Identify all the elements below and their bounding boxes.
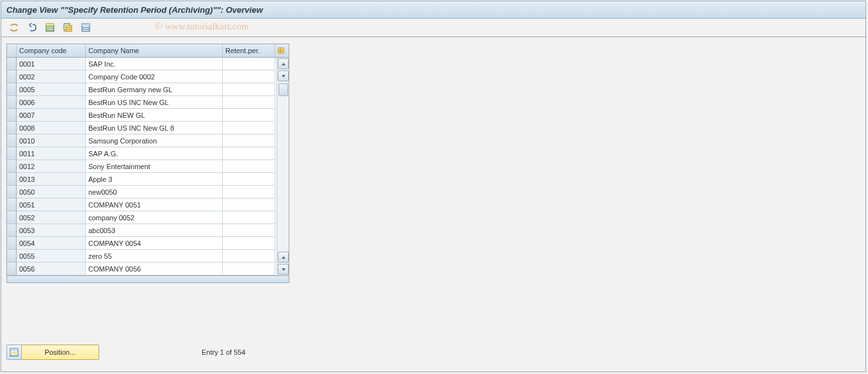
cell-company-name[interactable]: zero 55 xyxy=(86,250,223,263)
cell-retention-period[interactable] xyxy=(223,263,275,275)
row-select-handle[interactable] xyxy=(7,160,17,173)
table-row: 0053abc0053 xyxy=(7,224,277,237)
cell-retention-period[interactable] xyxy=(223,250,275,263)
cell-company-code[interactable]: 0054 xyxy=(17,237,86,250)
cell-company-name[interactable]: BestRun US INC New GL 8 xyxy=(86,122,223,134)
select-all-handle[interactable] xyxy=(7,44,17,57)
row-select-handle[interactable] xyxy=(7,186,17,199)
row-select-handle[interactable] xyxy=(7,224,17,237)
scroll-page-up-button[interactable] xyxy=(278,70,289,81)
cell-company-name[interactable]: COMPANY 0056 xyxy=(86,263,223,275)
cell-retention-period[interactable] xyxy=(223,173,275,186)
scroll-page-down-button[interactable] xyxy=(278,252,289,263)
row-select-handle[interactable] xyxy=(7,211,17,224)
cell-retention-period[interactable] xyxy=(223,70,275,83)
table-row: 0005BestRun Germany new GL xyxy=(7,83,277,96)
cell-company-code[interactable]: 0050 xyxy=(17,186,86,199)
table-row: 0055zero 55 xyxy=(7,250,277,263)
cell-company-name[interactable]: abc0053 xyxy=(86,224,223,237)
cell-retention-period[interactable] xyxy=(223,160,275,173)
cell-retention-period[interactable] xyxy=(223,134,275,147)
cell-company-code[interactable]: 0007 xyxy=(17,109,86,122)
delete-button[interactable] xyxy=(78,20,93,35)
row-select-handle[interactable] xyxy=(7,263,17,275)
row-select-handle[interactable] xyxy=(7,122,17,134)
cell-retention-period[interactable] xyxy=(223,96,275,109)
cell-company-name[interactable]: BestRun US INC New GL xyxy=(86,96,223,109)
row-select-handle[interactable] xyxy=(7,199,17,211)
cell-company-code[interactable]: 0053 xyxy=(17,224,86,237)
cell-company-name[interactable]: COMPANY 0051 xyxy=(86,199,223,211)
cell-retention-period[interactable] xyxy=(223,199,275,211)
cell-retention-period[interactable] xyxy=(223,58,275,70)
cell-company-name[interactable]: company 0052 xyxy=(86,211,223,224)
copy-as-button[interactable] xyxy=(60,20,76,35)
title-bar: Change View ""Specify Retention Period (… xyxy=(1,1,865,19)
cell-retention-period[interactable] xyxy=(223,122,275,134)
table-row: 0010Samsung Corporation xyxy=(7,134,277,147)
row-select-handle[interactable] xyxy=(7,237,17,250)
cell-company-code[interactable]: 0012 xyxy=(17,160,86,173)
cell-company-code[interactable]: 0006 xyxy=(17,96,86,109)
cell-company-code[interactable]: 0055 xyxy=(17,250,86,263)
col-header-company-name[interactable]: Company Name xyxy=(86,44,223,57)
scroll-line-down-button[interactable] xyxy=(278,264,289,275)
table-row: 0006BestRun US INC New GL xyxy=(7,96,277,109)
row-select-handle[interactable] xyxy=(7,70,17,83)
cell-company-code[interactable]: 0052 xyxy=(17,211,86,224)
cell-company-code[interactable]: 0008 xyxy=(17,122,86,134)
cell-company-code[interactable]: 0056 xyxy=(17,263,86,275)
cell-retention-period[interactable] xyxy=(223,109,275,122)
position-icon xyxy=(10,348,19,357)
position-button[interactable]: Position... xyxy=(22,345,99,360)
cell-retention-period[interactable] xyxy=(223,83,275,96)
row-select-handle[interactable] xyxy=(7,147,17,160)
chevron-up-icon xyxy=(281,255,286,260)
cell-company-name[interactable]: BestRun NEW GL xyxy=(86,109,223,122)
change-toggle-button[interactable] xyxy=(6,20,22,35)
cell-company-code[interactable]: 0013 xyxy=(17,173,86,186)
vertical-scrollbar[interactable] xyxy=(277,58,289,275)
cell-retention-period[interactable] xyxy=(223,237,275,250)
table-settings-button[interactable] xyxy=(275,44,287,57)
cell-retention-period[interactable] xyxy=(223,186,275,199)
row-select-handle[interactable] xyxy=(7,250,17,263)
cell-company-name[interactable]: Apple 3 xyxy=(86,173,223,186)
row-select-handle[interactable] xyxy=(7,109,17,122)
cell-retention-period[interactable] xyxy=(223,211,275,224)
cell-company-code[interactable]: 0010 xyxy=(17,134,86,147)
svg-rect-4 xyxy=(46,24,54,26)
cell-company-name[interactable]: Company Code 0002 xyxy=(86,70,223,83)
cell-company-name[interactable]: SAP A.G. xyxy=(86,147,223,160)
cell-retention-period[interactable] xyxy=(223,224,275,237)
cell-company-name[interactable]: COMPANY 0054 xyxy=(86,237,223,250)
data-grid: Company code Company Name Retent.per. 00… xyxy=(6,44,289,283)
cell-company-code[interactable]: 0011 xyxy=(17,147,86,160)
col-header-retention[interactable]: Retent.per. xyxy=(223,44,275,57)
row-select-handle[interactable] xyxy=(7,83,17,96)
cell-company-code[interactable]: 0051 xyxy=(17,199,86,211)
cell-company-code[interactable]: 0005 xyxy=(17,83,86,96)
undo-button[interactable] xyxy=(24,20,40,35)
row-select-handle[interactable] xyxy=(7,134,17,147)
cell-company-code[interactable]: 0002 xyxy=(17,70,86,83)
position-icon-button[interactable] xyxy=(6,345,22,360)
table-row: 0056COMPANY 0056 xyxy=(7,263,277,275)
cell-company-name[interactable]: Samsung Corporation xyxy=(86,134,223,147)
new-entries-button[interactable] xyxy=(42,20,58,35)
col-header-company-code[interactable]: Company code xyxy=(17,44,86,57)
row-select-handle[interactable] xyxy=(7,58,17,70)
cell-company-code[interactable]: 0001 xyxy=(17,58,86,70)
row-select-handle[interactable] xyxy=(7,96,17,109)
row-select-handle[interactable] xyxy=(7,173,17,186)
cell-company-name[interactable]: SAP Inc. xyxy=(86,58,223,70)
scroll-thumb[interactable] xyxy=(278,83,288,96)
cell-company-name[interactable]: new0050 xyxy=(86,186,223,199)
cell-company-name[interactable]: BestRun Germany new GL xyxy=(86,83,223,96)
scroll-line-up-button[interactable] xyxy=(278,58,289,69)
cell-company-name[interactable]: Sony Entertainment xyxy=(86,160,223,173)
chevron-down-icon xyxy=(281,74,286,79)
copy-as-icon xyxy=(63,22,73,33)
table-row: 0011SAP A.G. xyxy=(7,147,277,160)
cell-retention-period[interactable] xyxy=(223,147,275,160)
